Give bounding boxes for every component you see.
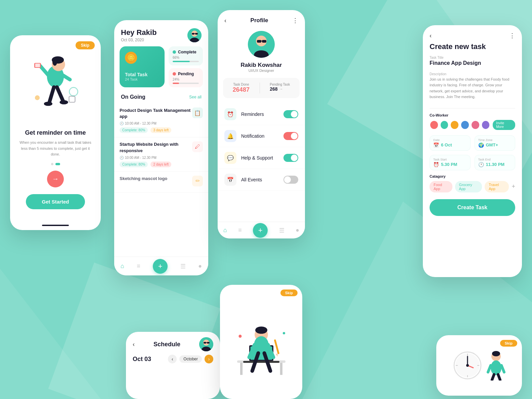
task-icon-2: 🖊 (192, 141, 203, 152)
category-food-app[interactable]: Food App (430, 181, 452, 192)
pending-dot (173, 72, 176, 76)
complete-badge-1: Complete: 80% (120, 127, 148, 133)
svg-line-67 (492, 374, 494, 380)
study-card: Skip (220, 285, 302, 399)
task-item-2[interactable]: Startup Website Design with responsive 🖊… (114, 137, 208, 171)
add-fab-button[interactable]: + (153, 259, 168, 274)
complete-mini-card[interactable]: Complete 66% (169, 46, 203, 65)
svg-rect-22 (195, 33, 198, 35)
home-nav[interactable]: ⌂ (121, 263, 124, 270)
reminders-toggle[interactable] (283, 110, 298, 118)
category-travel-app[interactable]: Travel App (485, 181, 509, 192)
total-task-card[interactable]: 🪙 Total Task 24 Task (120, 46, 165, 87)
skip-button[interactable]: Skip (76, 41, 95, 49)
study-skip-button[interactable]: Skip (280, 290, 298, 296)
profile-stats: Task Done 26487 Pending Task 268 → (223, 78, 300, 98)
task-name-1: Product Design Task Management app (120, 107, 192, 120)
date-card[interactable]: Date 📅 6 Oct (430, 135, 471, 151)
svg-rect-28 (262, 40, 266, 43)
svg-line-10 (57, 87, 63, 101)
task-title-value[interactable]: Finance App Design (430, 60, 515, 66)
prev-month-button[interactable]: ‹ (168, 355, 177, 363)
profile-more-button[interactable]: ⋮ (292, 17, 298, 24)
events-toggle[interactable] (283, 176, 298, 184)
next-arrow-button[interactable]: → (47, 171, 64, 187)
tasks-nav[interactable]: ☰ (180, 263, 186, 270)
days-left-badge-2: 2 days left (150, 162, 171, 167)
schedule-date-row: Oct 03 ‹ October › (126, 355, 220, 363)
pending-arrow: → (279, 87, 283, 91)
clock-card: Skip (436, 335, 522, 396)
dot-1 (51, 163, 53, 165)
study-person-illustration (231, 312, 292, 379)
svg-point-11 (44, 102, 52, 106)
dot-2-active (55, 163, 60, 165)
category-grocery-app[interactable]: Grocery App (455, 181, 482, 192)
see-all-button[interactable]: See all (189, 95, 202, 99)
invite-more-button[interactable]: Invite More (493, 120, 515, 130)
help-toggle[interactable] (283, 154, 298, 162)
description-section: Description Join us in solving the chall… (423, 72, 522, 106)
task-done-count: 26487 (233, 86, 250, 93)
task-title-label: Task Title (430, 56, 515, 59)
events-toggle-knob (284, 176, 291, 183)
timezone-value: GMT+ (486, 142, 498, 147)
timezone-card[interactable]: Time Zone 🌍 GMT+ (475, 135, 516, 151)
total-task-label: Total Task (125, 72, 147, 77)
profile-fab-button[interactable]: + (253, 223, 268, 238)
add-category-button[interactable]: + (512, 183, 515, 190)
profile-tasks-nav[interactable]: ☰ (279, 227, 284, 234)
profile-list-nav[interactable]: ≡ (238, 227, 242, 234)
task-badges-1: Complete: 80% 3 days left (120, 127, 203, 133)
small-person-illustration (486, 350, 506, 381)
task-end-card[interactable]: Task End 🕐 11.30 PM (475, 155, 516, 170)
description-label: Description (430, 72, 515, 76)
coworker-avatar-3 (450, 120, 459, 130)
next-month-button[interactable]: › (205, 355, 213, 363)
notification-toggle[interactable] (283, 132, 298, 140)
greeting-date: Oct 03, 2020 (121, 38, 157, 42)
get-started-button[interactable]: Get Started (26, 194, 85, 209)
user-avatar[interactable] (187, 28, 202, 42)
date-icon: 📅 (433, 142, 439, 148)
profile-title: Profile (226, 17, 292, 24)
dot-nav[interactable]: ● (198, 263, 202, 270)
help-toggle-knob (291, 154, 298, 161)
complete-dot (173, 50, 176, 54)
svg-rect-41 (243, 361, 279, 363)
complete-pct: 66% (173, 56, 199, 59)
coworker-avatar-5 (471, 120, 480, 130)
pending-mini-card[interactable]: Pending 24% (169, 68, 203, 87)
total-task-count: 24 Task (125, 77, 138, 81)
task-item-3[interactable]: Sketching mascot logo ✏ (114, 172, 208, 193)
schedule-back-button[interactable]: ‹ (133, 341, 135, 348)
create-more-button[interactable]: ⋮ (509, 32, 515, 39)
task-icon-3: ✏ (192, 176, 203, 186)
stats-divider (260, 83, 260, 93)
task-name-3: Sketching mascot logo (120, 176, 192, 182)
help-support-menu-item[interactable]: 💬 Help & Support (218, 147, 305, 169)
all-events-menu-item[interactable]: 📅 All Events (218, 169, 305, 191)
pending-pct: 24% (173, 78, 199, 81)
timezone-label: Time Zone (478, 138, 512, 142)
notification-icon: 🔔 (224, 130, 236, 142)
task-item-1[interactable]: Product Design Task Management app 📋 🕙10… (114, 103, 208, 137)
schedule-avatar[interactable] (199, 337, 213, 351)
list-nav[interactable]: ≡ (137, 263, 140, 270)
page-dots (10, 163, 101, 165)
notification-menu-item[interactable]: 🔔 Notification (218, 125, 305, 147)
person-illustration (25, 52, 86, 119)
clock-skip-button[interactable]: Skip (500, 340, 517, 347)
profile-home-nav[interactable]: ⌂ (223, 227, 227, 234)
days-left-badge-1: 3 days left (150, 127, 171, 133)
reminders-menu-item[interactable]: ⏰ Reminders (218, 103, 305, 125)
profile-card: ‹ Profile ⋮ Rakib Kowshar UI/UX Designer… (218, 10, 305, 238)
svg-point-52 (282, 332, 285, 334)
timezone-icon: 🌍 (478, 142, 484, 148)
profile-dot-nav[interactable]: ● (296, 227, 299, 234)
svg-point-16 (35, 95, 40, 100)
create-task-button[interactable]: Create Task (430, 199, 515, 216)
task-start-card[interactable]: Task Start ⏰ 5.30 PM (430, 155, 471, 170)
schedule-card: ‹ Schedule Oct 03 ‹ October › (126, 332, 220, 399)
create-back-button[interactable]: ‹ (430, 32, 432, 39)
